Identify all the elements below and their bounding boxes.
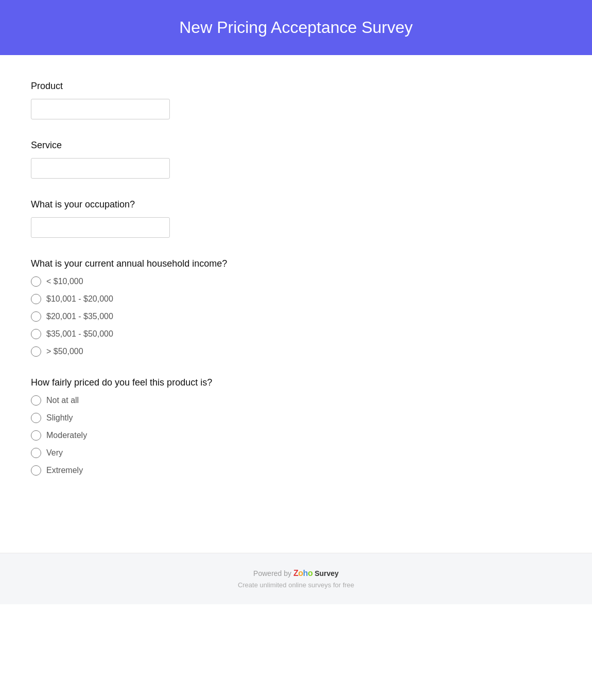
income-radio-1[interactable] (31, 294, 41, 304)
zoho-h: h (303, 569, 308, 578)
pricing-option-label-2: Moderately (46, 431, 87, 440)
income-radio-2[interactable] (31, 311, 41, 322)
income-option-label-0: < $10,000 (46, 277, 83, 286)
survey-title: New Pricing Acceptance Survey (10, 18, 582, 37)
pricing-option-0[interactable]: Not at all (31, 395, 432, 406)
income-option-4[interactable]: > $50,000 (31, 346, 432, 357)
income-option-1[interactable]: $10,001 - $20,000 (31, 294, 432, 304)
pricing-option-label-4: Extremely (46, 466, 83, 475)
income-option-0[interactable]: < $10,000 (31, 276, 432, 287)
income-option-label-4: > $50,000 (46, 347, 83, 356)
zoho-o1: o (298, 569, 303, 578)
income-radio-group: < $10,000 $10,001 - $20,000 $20,001 - $3… (31, 276, 432, 357)
page-footer: Powered by Zoho Survey Create unlimited … (0, 553, 592, 604)
service-input[interactable] (31, 158, 170, 179)
pricing-radio-group: Not at all Slightly Moderately Very Extr… (31, 395, 432, 476)
zoho-o2: o (308, 569, 312, 578)
pricing-option-1[interactable]: Slightly (31, 413, 432, 423)
income-group: What is your current annual household in… (31, 258, 432, 357)
zoho-logo: Zoho (293, 569, 312, 578)
income-radio-0[interactable] (31, 276, 41, 287)
pricing-radio-1[interactable] (31, 413, 41, 423)
pricing-option-3[interactable]: Very (31, 448, 432, 458)
pricing-radio-2[interactable] (31, 430, 41, 441)
pricing-radio-0[interactable] (31, 395, 41, 406)
service-group: Service (31, 140, 432, 179)
income-option-label-3: $35,001 - $50,000 (46, 329, 113, 339)
form-container: Product Service What is your occupation?… (0, 55, 463, 522)
occupation-input[interactable] (31, 217, 170, 238)
pricing-group: How fairly priced do you feel this produ… (31, 377, 432, 476)
service-label: Service (31, 140, 432, 151)
product-group: Product (31, 81, 432, 119)
income-question-label: What is your current annual household in… (31, 258, 432, 269)
pricing-option-label-0: Not at all (46, 396, 79, 405)
income-option-3[interactable]: $35,001 - $50,000 (31, 329, 432, 339)
pricing-option-label-3: Very (46, 448, 63, 458)
pricing-radio-4[interactable] (31, 465, 41, 476)
pricing-option-2[interactable]: Moderately (31, 430, 432, 441)
survey-header: New Pricing Acceptance Survey (0, 0, 592, 55)
product-label: Product (31, 81, 432, 92)
pricing-option-label-1: Slightly (46, 413, 73, 423)
occupation-label: What is your occupation? (31, 199, 432, 210)
powered-by-text: Powered by (253, 569, 291, 577)
zoho-z: Z (293, 569, 298, 578)
product-input[interactable] (31, 99, 170, 119)
income-option-label-2: $20,001 - $35,000 (46, 312, 113, 321)
survey-word: Survey (315, 569, 339, 577)
occupation-group: What is your occupation? (31, 199, 432, 238)
pricing-question-label: How fairly priced do you feel this produ… (31, 377, 432, 388)
income-option-label-1: $10,001 - $20,000 (46, 294, 113, 304)
income-option-2[interactable]: $20,001 - $35,000 (31, 311, 432, 322)
pricing-radio-3[interactable] (31, 448, 41, 458)
pricing-option-4[interactable]: Extremely (31, 465, 432, 476)
footer-tagline: Create unlimited online surveys for free (10, 581, 582, 589)
income-radio-4[interactable] (31, 346, 41, 357)
powered-by-line: Powered by Zoho Survey (10, 569, 582, 578)
income-radio-3[interactable] (31, 329, 41, 339)
